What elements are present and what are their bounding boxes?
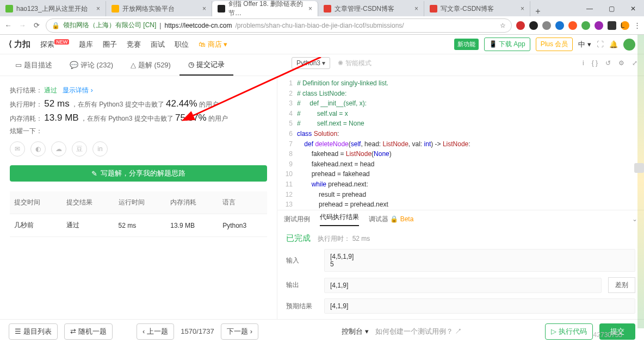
problem-list-button[interactable]: ☰ 题目列表 bbox=[9, 323, 58, 340]
new-badge: NEW bbox=[54, 39, 69, 45]
share-douban-icon[interactable]: 豆 bbox=[72, 141, 87, 157]
ext-icon[interactable] bbox=[555, 21, 564, 30]
forward-button[interactable]: → bbox=[17, 21, 27, 30]
close-icon[interactable]: × bbox=[521, 5, 524, 13]
tab-solutions[interactable]: △ 题解 (529) bbox=[122, 54, 179, 76]
collapse-icon[interactable]: ⌄ bbox=[632, 215, 637, 223]
share-wechat-icon[interactable]: ✉ bbox=[10, 141, 25, 157]
close-icon[interactable]: × bbox=[308, 5, 312, 13]
code-editor[interactable]: 123456789101112131415 # Definition for s… bbox=[277, 76, 644, 210]
runtime-value: 52 ms bbox=[44, 98, 69, 109]
maximize-button[interactable]: ▢ bbox=[600, 1, 622, 16]
bell-icon[interactable]: 🔔 bbox=[609, 40, 618, 48]
col-result: 提交结果 bbox=[62, 191, 114, 214]
lock-icon: 🔒 bbox=[52, 22, 60, 29]
col-time: 提交时间 bbox=[10, 191, 62, 214]
submission-table: 提交时间 提交结果 运行时间 内存消耗 语言 几秒前 通过 52 ms 13.9… bbox=[10, 191, 267, 237]
ext-icon[interactable] bbox=[529, 21, 538, 30]
tab-comments[interactable]: 💬 评论 (232) bbox=[61, 54, 122, 76]
show-detail-link[interactable]: 显示详情 › bbox=[63, 86, 92, 94]
runtime-label: 执行用时： bbox=[10, 101, 42, 108]
close-window-button[interactable]: ✕ bbox=[622, 1, 644, 16]
browser-tab[interactable]: 剑指 Offer 18. 删除链表的节…× bbox=[212, 1, 318, 16]
page-counter: 1570/1737 bbox=[181, 327, 214, 335]
nav-interview[interactable]: 面试 bbox=[151, 40, 165, 48]
watermark: 42730755 bbox=[593, 331, 622, 339]
output-value: [4,1,9] bbox=[324, 278, 602, 293]
nav-store[interactable]: 🛍 商店 ▾ bbox=[199, 40, 227, 49]
exec-result-label: 执行结果： bbox=[10, 86, 42, 94]
table-row[interactable]: 几秒前 通过 52 ms 13.9 MB Python3 bbox=[10, 214, 267, 237]
close-icon[interactable]: × bbox=[202, 5, 206, 13]
output-label: 输出 bbox=[286, 280, 324, 290]
share-linkedin-icon[interactable]: in bbox=[92, 141, 108, 157]
plus-button[interactable]: Plus 会员 bbox=[536, 38, 573, 51]
expected-label: 预期结果 bbox=[286, 302, 324, 311]
share-qq-icon[interactable]: ☁ bbox=[51, 141, 66, 157]
menu-icon[interactable]: ⋮ bbox=[634, 21, 641, 29]
share-weibo-icon[interactable]: ◐ bbox=[30, 141, 46, 157]
download-app-button[interactable]: 📱 下载 App bbox=[484, 38, 530, 51]
ext-icon[interactable] bbox=[608, 21, 616, 30]
tab-debugger[interactable]: 调试器 🔒 Beta bbox=[369, 215, 413, 224]
browser-tab[interactable]: hao123_上网从这里开始× bbox=[0, 1, 106, 16]
copy-icon[interactable] bbox=[634, 163, 644, 173]
avatar[interactable]: L bbox=[621, 21, 629, 30]
close-icon[interactable]: × bbox=[414, 5, 418, 13]
ext-icon[interactable] bbox=[581, 21, 590, 30]
braces-icon[interactable]: { } bbox=[592, 59, 598, 67]
nav-jobs[interactable]: 职位 bbox=[175, 40, 189, 48]
browser-tab[interactable]: 写文章-CSDN博客× bbox=[424, 1, 530, 16]
close-icon[interactable]: × bbox=[96, 5, 100, 13]
smart-mode[interactable]: 智能模式 bbox=[345, 59, 371, 67]
tab-testcases[interactable]: 测试用例 bbox=[284, 215, 310, 224]
logo[interactable]: ⟨ 力扣 bbox=[9, 39, 30, 49]
next-button[interactable]: 下一题 › bbox=[221, 323, 258, 340]
memory-value: 13.9 MB bbox=[44, 113, 78, 123]
memory-label: 内存消耗： bbox=[10, 115, 42, 122]
browser-tab[interactable]: 文章管理-CSDN博客× bbox=[318, 1, 424, 16]
minimize-button[interactable]: — bbox=[579, 1, 600, 16]
user-avatar[interactable] bbox=[623, 39, 635, 51]
help-link[interactable]: 如何创建一个测试用例？ ↗ bbox=[375, 327, 462, 336]
undo-icon[interactable]: ↺ bbox=[605, 59, 611, 67]
fullscreen-icon[interactable]: ⤢ bbox=[632, 59, 637, 67]
nav-problems[interactable]: 题库 bbox=[79, 40, 93, 48]
info-icon[interactable]: i bbox=[583, 59, 584, 67]
nav-circle[interactable]: 圈子 bbox=[103, 40, 117, 48]
col-lang: 语言 bbox=[218, 191, 267, 214]
diff-button[interactable]: 差别 bbox=[608, 277, 635, 293]
write-solution-button[interactable]: ✎ 写题解，分享我的解题思路 bbox=[10, 165, 267, 182]
nav-contest[interactable]: 竞赛 bbox=[127, 40, 141, 48]
run-code-button[interactable]: ▷ 执行代码 bbox=[545, 323, 593, 340]
tab-output[interactable]: 代码执行结果 bbox=[320, 213, 359, 226]
console-toggle[interactable]: 控制台 ▾ bbox=[342, 327, 369, 336]
ext-icon[interactable] bbox=[542, 21, 551, 30]
col-runtime: 运行时间 bbox=[114, 191, 166, 214]
tab-description[interactable]: ▭ 题目描述 bbox=[7, 54, 61, 76]
prev-button[interactable]: ‹ 上一题 bbox=[137, 323, 174, 340]
star-icon[interactable]: ☆ bbox=[500, 22, 506, 29]
browser-tab[interactable]: 开放网络实验平台× bbox=[106, 1, 212, 16]
ext-icon[interactable] bbox=[595, 21, 603, 30]
back-button[interactable]: ← bbox=[3, 21, 13, 30]
col-memory: 内存消耗 bbox=[166, 191, 218, 214]
url-path: /problems/shan-chu-lian-biao-de-jie-dian… bbox=[236, 22, 404, 29]
layout-icon[interactable]: ⛶ bbox=[597, 40, 604, 48]
tab-submissions[interactable]: ◷ 提交记录 bbox=[179, 54, 233, 76]
new-feature-badge[interactable]: 新功能 bbox=[454, 39, 479, 50]
random-button[interactable]: ⇄ 随机一题 bbox=[64, 323, 113, 340]
address-bar[interactable]: 🔒 领扣网络（上海）有限公司 [CN] | https://leetcode-c… bbox=[46, 18, 512, 33]
ext-icon[interactable] bbox=[516, 21, 525, 30]
lang-switch[interactable]: 中 ▾ bbox=[578, 40, 591, 49]
status-pass: 通过 bbox=[44, 86, 57, 94]
reload-button[interactable]: ⟳ bbox=[32, 21, 41, 30]
expected-value: [4,1,9] bbox=[324, 298, 635, 314]
settings-icon[interactable]: ⚙ bbox=[618, 59, 624, 67]
language-select[interactable]: Python3 ▾ bbox=[292, 57, 330, 69]
share-label: 炫耀一下： bbox=[10, 127, 267, 136]
new-tab-button[interactable]: + bbox=[530, 7, 546, 16]
url-cert: 领扣网络（上海）有限公司 [CN] bbox=[63, 21, 156, 30]
nav-explore[interactable]: 探索 bbox=[40, 40, 54, 48]
ext-icon[interactable] bbox=[568, 21, 577, 30]
